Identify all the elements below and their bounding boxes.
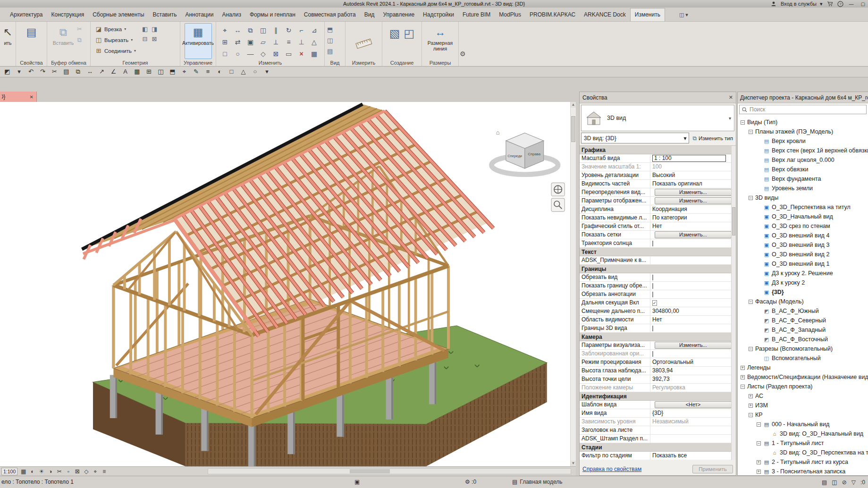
prop-value[interactable]: Нет bbox=[650, 316, 736, 324]
minimize-button[interactable]: — bbox=[848, 1, 855, 7]
project-browser-header[interactable]: Диспетчер проекта - Каркасный дом 6х4 м_… bbox=[738, 92, 868, 103]
checkbox[interactable] bbox=[652, 292, 653, 297]
tree-item[interactable]: ▣О_3D_Перспектива на титул bbox=[738, 202, 868, 212]
tree-item[interactable]: ▤Уровень земли bbox=[738, 184, 868, 193]
collapse-node-icon[interactable]: − bbox=[749, 413, 753, 417]
tab-изменить[interactable]: Изменить bbox=[630, 8, 665, 21]
tab-совместная-работа[interactable]: Совместная работа bbox=[300, 8, 360, 21]
filter-icon[interactable]: ▽ bbox=[851, 479, 856, 486]
checkbox[interactable]: ✓ bbox=[652, 300, 657, 306]
grid-icon[interactable]: ▦ bbox=[131, 67, 143, 77]
collapse-node-icon[interactable]: − bbox=[757, 422, 761, 427]
lines-icon[interactable]: ≡ bbox=[202, 67, 214, 77]
expand-node-icon[interactable]: + bbox=[741, 366, 745, 370]
edit-button[interactable]: Изменить... bbox=[655, 197, 732, 204]
help-icon[interactable]: ? bbox=[837, 1, 843, 7]
mirror-icon[interactable]: ◫ bbox=[155, 67, 167, 77]
tree-item[interactable]: −▤000 - Начальный вид bbox=[738, 420, 868, 429]
tab-конструкция[interactable]: Конструкция bbox=[47, 8, 89, 21]
align-icon[interactable]: ⌖ bbox=[178, 67, 190, 77]
shade-icon[interactable]: ◐ bbox=[214, 67, 226, 77]
edit-button[interactable]: Изменить... bbox=[655, 231, 732, 238]
tab-вставить[interactable]: Вставить bbox=[149, 8, 181, 21]
tab-архитектура[interactable]: Архитектура bbox=[6, 8, 47, 21]
worksharing-icon[interactable]: ▣ bbox=[354, 476, 360, 488]
view-cube[interactable]: Спереди Справа ⌂ bbox=[491, 129, 558, 174]
prop-section-header[interactable]: Идентификация« bbox=[580, 392, 736, 401]
mirror-icon[interactable]: ◫ bbox=[257, 25, 270, 36]
horizontal-scrollbar[interactable] bbox=[208, 468, 571, 474]
prop-section-header[interactable]: Стадии« bbox=[580, 443, 736, 452]
editing-requests[interactable]: ⚙ :0 bbox=[465, 476, 476, 488]
view-selector-combo[interactable]: 3D вид: {3D} ▾ bbox=[581, 133, 689, 143]
properties-button[interactable]: ▤ bbox=[18, 23, 44, 59]
circle-icon[interactable]: ○ bbox=[249, 67, 261, 77]
tree-item[interactable]: −КР bbox=[738, 410, 868, 420]
vertical-scrollbar[interactable]: ▲ ▼ bbox=[570, 102, 576, 466]
pin-icon[interactable]: ▣ bbox=[244, 36, 257, 48]
extend-icon[interactable]: ⟂ bbox=[270, 36, 282, 48]
properties-scrollbar[interactable] bbox=[731, 146, 736, 460]
expand-node-icon[interactable]: + bbox=[757, 460, 761, 464]
undo-icon[interactable]: ↶ bbox=[25, 67, 37, 77]
prop-value[interactable]: Нет bbox=[650, 222, 736, 230]
offset-icon[interactable]: ∥ bbox=[270, 25, 282, 36]
collapse-node-icon[interactable]: − bbox=[757, 441, 761, 446]
unpin-icon[interactable]: ▱ bbox=[257, 36, 270, 48]
hide-icon[interactable]: ⬒ bbox=[327, 25, 333, 34]
join-button[interactable]: ⊞Соединить▾ bbox=[93, 46, 138, 56]
tree-item[interactable]: +ИЗМ bbox=[738, 401, 868, 410]
tree-item[interactable]: ▣О_3D_Начальный вид bbox=[738, 212, 868, 221]
tree-item[interactable]: ◩В_АС_Ф_Западный bbox=[738, 325, 868, 335]
prop-value[interactable] bbox=[650, 256, 736, 264]
array-icon[interactable]: ⊞ bbox=[143, 67, 155, 77]
view-tab-3d[interactable]: {3D} ✕ bbox=[0, 92, 37, 102]
visual-style-icon[interactable]: ◐ bbox=[28, 467, 37, 476]
properties-scroll-thumb[interactable] bbox=[732, 207, 735, 236]
tree-item[interactable]: +АС bbox=[738, 391, 868, 401]
tree-item[interactable]: −Разрезы (Вспомогательный) bbox=[738, 344, 868, 353]
tree-item[interactable]: ▤Верх кровли bbox=[738, 136, 868, 146]
tree-item[interactable]: ▣О_3D внешний вид 2 bbox=[738, 250, 868, 259]
close-properties-icon[interactable]: ✕ bbox=[729, 94, 733, 101]
sun-path-icon[interactable]: ☀ bbox=[37, 467, 46, 476]
expand-node-icon[interactable]: + bbox=[749, 394, 753, 398]
prop-value[interactable]: Координация bbox=[650, 205, 736, 213]
cut-geometry-button[interactable]: ◫Вырезать▾ bbox=[93, 35, 138, 45]
tree-item[interactable]: ◫Вспомогательный bbox=[738, 353, 868, 363]
edit-type-button[interactable]: ⧉ Изменить тип bbox=[691, 135, 734, 142]
tab-анализ[interactable]: Анализ bbox=[218, 8, 245, 21]
lock-view-icon[interactable]: ⊠ bbox=[73, 467, 82, 476]
tree-item[interactable]: ▤Верх лаг цоколя_0.000 bbox=[738, 155, 868, 165]
tree-item[interactable]: −Виды (Тип) bbox=[738, 118, 868, 127]
options-icon[interactable]: ≡ bbox=[100, 467, 109, 476]
tab-сборные-элементы[interactable]: Сборные элементы bbox=[88, 8, 148, 21]
tree-item[interactable]: −Фасады (Модель) bbox=[738, 297, 868, 306]
tree-item[interactable]: ▣Д3 к уроку 2. Решение bbox=[738, 269, 868, 278]
tree-item[interactable]: ▣О_3D внешний вид 1 bbox=[738, 259, 868, 269]
collapse-node-icon[interactable]: − bbox=[741, 120, 745, 125]
crop-icon[interactable]: ✂ bbox=[55, 467, 64, 476]
prop-value[interactable]: 304800,00 bbox=[650, 307, 736, 315]
region-icon[interactable]: ▭ bbox=[282, 48, 295, 60]
print-icon[interactable]: ▤ bbox=[60, 67, 72, 77]
tree-item[interactable]: ▣Д3 к уроку 2 bbox=[738, 278, 868, 287]
split-icon[interactable]: ⊿ bbox=[308, 25, 320, 36]
tree-item[interactable]: −3D виды bbox=[738, 193, 868, 202]
tree-item[interactable]: +Ведомости/Спецификации (Назначение вида… bbox=[738, 372, 868, 382]
tab-modplus[interactable]: ModPlus bbox=[495, 8, 525, 21]
scale-input[interactable]: 1 : 100 bbox=[652, 155, 726, 162]
crop-region-icon[interactable]: ▫ bbox=[64, 467, 73, 476]
properties-help-link[interactable]: Справка по свойствам bbox=[582, 466, 641, 472]
rect-icon[interactable]: □ bbox=[226, 67, 237, 77]
mirror-axis-icon[interactable]: ⊥ bbox=[295, 36, 308, 48]
tree-item[interactable]: +▤3 - Пояснительная записка bbox=[738, 467, 868, 475]
resize-icon[interactable]: ↗ bbox=[96, 67, 108, 77]
delete-icon[interactable]: × bbox=[295, 48, 308, 60]
circle-icon[interactable]: ○ bbox=[231, 48, 244, 60]
prop-value[interactable]: 3803,94 bbox=[650, 367, 736, 375]
match-icon[interactable]: ≡ bbox=[282, 36, 295, 48]
type-selector[interactable]: 3D вид ▾ bbox=[581, 105, 734, 131]
paint-icon[interactable]: ◧ bbox=[140, 24, 150, 34]
tree-item[interactable]: ▣О_3D внешний вид 4 bbox=[738, 231, 868, 240]
